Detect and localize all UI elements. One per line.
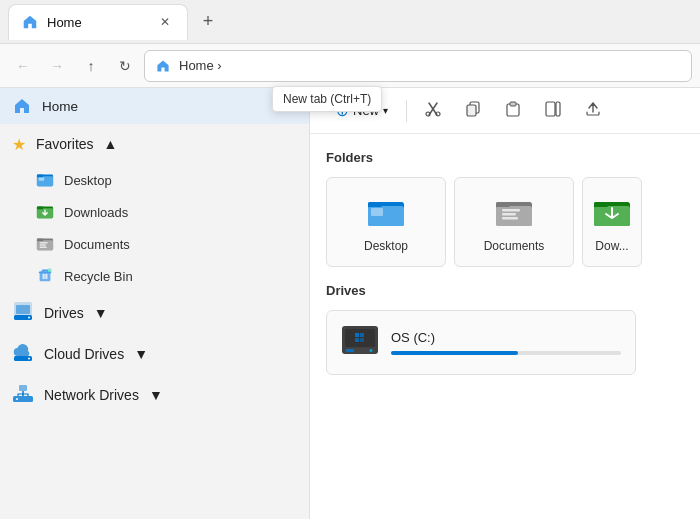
svg-rect-12 [37,238,43,241]
sidebar-section-cloud-drives[interactable]: Cloud Drives ▼ [0,333,309,374]
svg-rect-17 [16,305,30,314]
tab-bar: Home ✕ + New tab (Ctrl+T) [0,0,700,44]
svg-rect-52 [360,333,364,337]
network-drives-label: Network Drives [44,387,139,403]
home-icon [12,96,32,116]
drive-usage-bar [391,351,621,355]
network-drives-icon [12,382,34,407]
svg-rect-2 [39,177,44,181]
svg-point-50 [370,349,373,352]
sidebar-item-desktop[interactable]: Desktop [0,164,309,196]
network-drives-chevron-icon: ▼ [149,387,163,403]
svg-rect-28 [467,105,476,116]
drives-chevron-icon: ▼ [94,305,108,321]
up-button[interactable]: ↑ [76,51,106,81]
svg-rect-47 [345,329,375,347]
drives-icon [12,300,34,325]
share-icon [585,101,601,120]
cloud-drives-icon [12,341,34,366]
downloads-folder-name: Dow... [595,239,628,253]
cloud-drives-label: Cloud Drives [44,346,124,362]
drive-icon [341,324,379,362]
svg-rect-54 [360,338,364,342]
svg-rect-24 [19,385,27,391]
refresh-button[interactable]: ↻ [110,51,140,81]
sidebar-section-network-drives[interactable]: Network Drives ▼ [0,374,309,415]
svg-rect-31 [546,102,555,116]
drives-label: Drives [44,305,84,321]
new-tab-tooltip: New tab (Ctrl+T) [272,86,382,112]
desktop-folder-name: Desktop [364,239,408,253]
drive-info: OS (C:) [391,330,621,355]
new-chevron-icon: ▾ [383,105,388,116]
documents-label: Documents [64,237,130,252]
cloud-drives-chevron-icon: ▼ [134,346,148,362]
drive-card-c[interactable]: OS (C:) [326,310,636,375]
rename-icon [545,101,561,120]
svg-point-23 [16,398,18,400]
desktop-folder-icon-large [366,191,406,231]
svg-rect-30 [510,102,516,106]
svg-rect-45 [594,202,608,207]
toolbar: ← → ↑ ↻ Home › [0,44,700,88]
favorites-star-icon: ★ [12,135,26,154]
svg-rect-53 [355,338,359,342]
home-tab-icon [21,13,39,31]
cut-button[interactable] [415,97,451,124]
recycle-bin-icon [36,266,54,287]
favorites-label: Favorites [36,136,94,152]
recycle-bin-label: Recycle Bin [64,269,133,284]
folder-card-downloads[interactable]: Dow... [582,177,642,267]
drives-section: Drives [310,275,700,391]
svg-rect-3 [37,174,43,177]
copy-button[interactable] [455,97,491,124]
svg-rect-35 [371,208,383,216]
cut-icon [425,101,441,120]
svg-point-21 [28,358,30,360]
sidebar-item-documents[interactable]: Documents [0,228,309,260]
svg-point-19 [28,317,30,319]
desktop-label: Desktop [64,173,112,188]
share-button[interactable] [575,97,611,124]
sidebar-item-home[interactable]: Home [0,88,309,124]
paste-button[interactable] [495,97,531,124]
sidebar-section-favorites[interactable]: ★ Favorites ▲ [0,124,309,164]
svg-rect-32 [556,102,560,116]
address-text: Home › [179,58,222,73]
tab-close-button[interactable]: ✕ [155,12,175,32]
svg-rect-9 [40,242,48,243]
downloads-label: Downloads [64,205,128,220]
svg-rect-11 [40,246,47,247]
address-bar[interactable]: Home › [144,50,692,82]
svg-rect-40 [502,213,516,216]
paste-icon [505,101,521,120]
svg-rect-41 [502,217,518,220]
tab-home[interactable]: Home ✕ [8,4,188,40]
downloads-folder-icon-large [592,191,632,231]
downloads-folder-icon [36,202,54,223]
drive-bar-fill [391,351,518,355]
drive-name: OS (C:) [391,330,621,345]
address-home-icon [155,58,171,74]
folders-section-label: Folders [326,150,684,165]
sidebar-section-drives[interactable]: Drives ▼ [0,292,309,333]
sidebar-item-downloads[interactable]: Downloads [0,196,309,228]
folders-section: Folders Desktop [310,134,700,275]
forward-button[interactable]: → [42,51,72,81]
back-button[interactable]: ← [8,51,38,81]
new-tab-button[interactable]: + [192,6,224,38]
favorites-chevron-icon: ▲ [104,136,118,152]
folders-grid: Desktop Documents [326,177,684,267]
svg-rect-36 [368,202,382,207]
folder-card-documents[interactable]: Documents [454,177,574,267]
folder-card-desktop[interactable]: Desktop [326,177,446,267]
svg-rect-39 [502,209,520,212]
documents-folder-icon [36,234,54,255]
copy-icon [465,101,481,120]
rename-button[interactable] [535,97,571,124]
sidebar-item-recycle-bin[interactable]: Recycle Bin [0,260,309,292]
tab-title: Home [47,15,147,30]
svg-rect-10 [40,244,46,245]
main-layout: Home ★ Favorites ▲ Desktop [0,88,700,519]
svg-rect-49 [346,349,354,352]
